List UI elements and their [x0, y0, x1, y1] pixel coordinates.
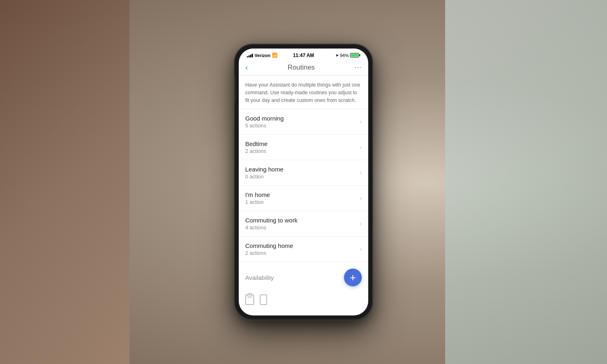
battery-tip [359, 54, 360, 56]
location-icon: ➤ [335, 53, 339, 57]
battery-percent: 94% [340, 53, 349, 58]
routine-actions: 0 action [245, 174, 357, 180]
routine-actions: 1 action [245, 199, 357, 205]
status-time: 11:47 AM [293, 53, 314, 58]
routine-content: Leaving home 0 action [245, 166, 357, 180]
signal-bars [247, 53, 253, 57]
routine-name: Bedtime [245, 140, 357, 147]
phone-device: Verizon 📶 11:47 AM ➤ 94% [235, 44, 372, 320]
wifi-icon: 📶 [272, 53, 278, 58]
routine-name: Commuting home [245, 242, 357, 249]
routine-name: Leaving home [245, 166, 357, 173]
signal-bar-3 [250, 55, 251, 57]
page-title: Routines [288, 63, 315, 72]
battery-indicator [350, 53, 360, 57]
status-bar: Verizon 📶 11:47 AM ➤ 94% [239, 49, 368, 59]
chevron-right-icon: › [360, 169, 362, 176]
phone-screen: Verizon 📶 11:47 AM ➤ 94% [239, 49, 368, 315]
signal-bar-1 [247, 56, 248, 57]
phone-icon [260, 294, 267, 305]
battery-fill [351, 54, 358, 57]
routine-item-good-morning[interactable]: Good morning 5 actions › [239, 109, 368, 135]
chevron-right-icon: › [360, 245, 362, 253]
routine-item-commuting-home[interactable]: Commuting home 2 actions › [239, 237, 368, 262]
carrier-label: Verizon [255, 53, 270, 58]
description-text: Have your Assistant do multiple things w… [239, 76, 368, 109]
chevron-right-icon: › [360, 195, 362, 202]
bottom-icons-row [239, 293, 368, 310]
availability-label: Availability [245, 274, 274, 281]
back-button[interactable]: ‹ [245, 63, 248, 72]
routine-item-leaving-home[interactable]: Leaving home 0 action › [239, 160, 368, 186]
routine-actions: 2 actions [245, 148, 357, 154]
availability-row: Availability + [239, 262, 368, 293]
chevron-right-icon: › [360, 118, 362, 125]
chevron-right-icon: › [360, 220, 362, 227]
routine-content: I'm home 1 action [245, 191, 357, 205]
routine-content: Commuting home 2 actions [245, 242, 357, 256]
add-routine-button[interactable]: + [344, 269, 362, 286]
navigation-bar: ‹ Routines ··· [239, 59, 368, 76]
routine-actions: 5 actions [245, 123, 357, 129]
routine-name: Commuting to work [245, 217, 357, 224]
routines-list: Good morning 5 actions › Bedtime 2 actio… [239, 109, 368, 315]
routine-name: I'm home [245, 191, 357, 198]
more-button[interactable]: ··· [354, 63, 362, 72]
routine-content: Bedtime 2 actions [245, 140, 357, 154]
home-icon [245, 294, 254, 305]
chevron-right-icon: › [360, 144, 362, 151]
routine-actions: 2 actions [245, 250, 357, 256]
routine-actions: 4 actions [245, 224, 357, 231]
routine-name: Good morning [245, 115, 357, 122]
routine-item-bedtime[interactable]: Bedtime 2 actions › [239, 135, 368, 160]
routine-content: Good morning 5 actions [245, 115, 357, 129]
signal-bar-2 [248, 55, 250, 57]
routine-content: Commuting to work 4 actions [245, 217, 357, 231]
status-left: Verizon 📶 [247, 53, 278, 58]
routine-item-commuting-to-work[interactable]: Commuting to work 4 actions › [239, 211, 368, 237]
status-right: ➤ 94% [335, 53, 360, 58]
battery-body [350, 53, 359, 57]
routine-item-im-home[interactable]: I'm home 1 action › [239, 186, 368, 211]
signal-bar-4 [252, 54, 253, 57]
